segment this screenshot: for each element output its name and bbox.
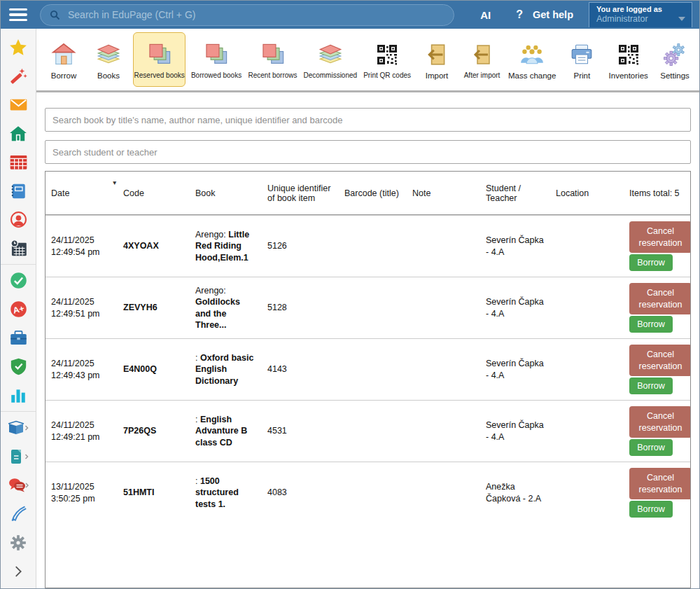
column-header-note[interactable]: Note xyxy=(407,172,480,214)
topbar: AI ? Get help You are logged as Administ… xyxy=(1,1,699,29)
column-header-barcode[interactable]: Barcode (title) xyxy=(339,172,407,214)
cancel-reservation-button[interactable]: Cancel reservation xyxy=(629,283,691,314)
toolbar-borrowed-books[interactable]: Borrowed books xyxy=(190,32,242,87)
sidebar-item-documents[interactable] xyxy=(1,442,36,471)
cell-location xyxy=(550,462,624,523)
toolbar-recent-borrows[interactable]: Recent borrows xyxy=(247,32,299,87)
toolbar-print-qr-codes[interactable]: Print QR codes xyxy=(362,32,412,87)
toolbar-print[interactable]: Print xyxy=(561,32,602,87)
sidebar-item-favorites[interactable] xyxy=(1,33,36,62)
global-search-input[interactable] xyxy=(68,9,445,20)
toolbar-borrow[interactable]: Borrow xyxy=(43,32,84,87)
sidebar-item-messages[interactable] xyxy=(1,471,36,499)
cell-date: 24/11/202512:49:54 pm xyxy=(46,216,118,277)
cell-identifier: 4083 xyxy=(262,462,339,523)
sidebar-item-library[interactable] xyxy=(1,413,36,442)
cell-book: : English Advanture B class CD xyxy=(190,401,262,462)
sidebar-item-home[interactable] xyxy=(1,119,36,148)
cell-note xyxy=(407,462,480,523)
sidebar-item-planner[interactable] xyxy=(1,234,36,263)
logged-user-dropdown[interactable]: You are logged as Administrator xyxy=(589,2,692,27)
book-search-input[interactable] xyxy=(45,108,691,132)
help-question-icon[interactable]: ? xyxy=(516,8,523,21)
column-header-identifier[interactable]: Unique identifier of book item xyxy=(262,172,339,214)
toolbar-label: Print QR codes xyxy=(363,71,411,79)
cell-barcode xyxy=(339,277,407,338)
house-icon xyxy=(51,41,76,69)
sidebar-item-security[interactable] xyxy=(1,352,36,381)
toolbar-decommissioned[interactable]: Decommissioned xyxy=(302,32,358,87)
sidebar-expand-button[interactable] xyxy=(1,557,36,585)
column-header-student[interactable]: Student / Teacher xyxy=(480,172,550,214)
cell-barcode xyxy=(339,216,407,277)
cell-identifier: 4143 xyxy=(262,339,339,400)
cancel-reservation-button[interactable]: Cancel reservation xyxy=(629,345,691,376)
cell-code: E4N00Q xyxy=(118,339,190,400)
borrow-button[interactable]: Borrow xyxy=(629,501,673,518)
toolbar-mass-change[interactable]: Mass change xyxy=(507,32,557,87)
get-help-button[interactable]: Get help xyxy=(533,9,573,20)
cancel-reservation-button[interactable]: Cancel reservation xyxy=(629,468,691,499)
cancel-reservation-button[interactable]: Cancel reservation xyxy=(629,406,691,438)
cell-actions: Cancel reservation Borrow xyxy=(624,216,691,277)
cell-identifier: 5126 xyxy=(262,216,339,277)
library-book-icon xyxy=(8,420,29,436)
borrow-button[interactable]: Borrow xyxy=(629,439,673,456)
sidebar-item-grades[interactable]: A+ xyxy=(1,295,36,324)
sidebar-item-sign[interactable] xyxy=(1,499,36,528)
sidebar-item-timetable[interactable] xyxy=(1,148,36,176)
sidebar-item-notebook[interactable] xyxy=(1,176,36,205)
toolbar-import[interactable]: Import xyxy=(416,32,457,87)
borrow-button[interactable]: Borrow xyxy=(629,254,673,271)
magic-wand-icon xyxy=(9,67,27,85)
toolbar-settings[interactable]: Settings xyxy=(654,32,695,87)
import-arrow-icon xyxy=(425,41,449,69)
toolbar-inventories[interactable]: Inventories xyxy=(606,32,650,87)
cell-note xyxy=(407,401,480,462)
borrow-button[interactable]: Borrow xyxy=(629,377,673,394)
sidebar-item-agenda[interactable] xyxy=(1,324,36,352)
column-header-code[interactable]: Code xyxy=(118,172,190,214)
sidebar-item-contacts[interactable] xyxy=(1,205,36,234)
toolbar-label: Decommissioned xyxy=(303,71,357,79)
hamburger-menu-icon[interactable] xyxy=(9,6,29,25)
mail-icon xyxy=(9,95,28,114)
column-header-book[interactable]: Book xyxy=(190,172,262,214)
gear-icon xyxy=(9,534,27,552)
table-header: Date▼ Code Book Unique identifier of boo… xyxy=(46,172,690,215)
sidebar-item-settings[interactable] xyxy=(1,528,36,557)
speech-bubbles-icon xyxy=(8,477,29,494)
toolbar-label: Inventories xyxy=(609,71,648,80)
sidebar-item-wizard[interactable] xyxy=(1,62,36,90)
toolbar-after-import[interactable]: After import xyxy=(461,32,503,87)
cell-actions: Cancel reservation Borrow xyxy=(624,277,691,338)
column-header-date[interactable]: Date▼ xyxy=(46,172,118,214)
toolbar-books[interactable]: Books xyxy=(88,32,129,87)
sort-descending-icon[interactable]: ▼ xyxy=(112,179,118,186)
cell-location xyxy=(550,339,624,400)
student-search-input[interactable] xyxy=(45,140,691,164)
squares-stack-icon xyxy=(147,41,172,69)
cell-barcode xyxy=(339,401,407,462)
shield-check-icon xyxy=(9,357,28,376)
sidebar-item-attendance[interactable] xyxy=(1,266,36,295)
sidebar-item-mail[interactable] xyxy=(1,90,36,119)
toolbar-reserved-books[interactable]: Reserved books xyxy=(133,32,186,87)
global-search[interactable] xyxy=(40,4,454,26)
column-header-location[interactable]: Location xyxy=(550,172,624,214)
borrow-button[interactable]: Borrow xyxy=(629,316,673,333)
cell-student: Severín Čapka - 4.A xyxy=(480,339,550,400)
logged-as-label: You are logged as xyxy=(596,5,686,13)
sidebar-divider xyxy=(1,264,36,265)
sidebar: A+ xyxy=(1,29,36,588)
squares-stack-icon xyxy=(260,41,286,69)
contact-icon xyxy=(9,210,28,229)
sidebar-item-results[interactable] xyxy=(1,381,36,410)
toolbar-label: Recent borrows xyxy=(248,71,298,79)
cancel-reservation-button[interactable]: Cancel reservation xyxy=(629,221,691,253)
toolbar-label: Print xyxy=(574,71,591,80)
ai-button[interactable]: AI xyxy=(480,9,491,21)
toolbar-label: Reserved books xyxy=(134,71,185,79)
cell-location xyxy=(550,401,624,462)
cell-student: Severín Čapka - 4.A xyxy=(480,277,550,338)
